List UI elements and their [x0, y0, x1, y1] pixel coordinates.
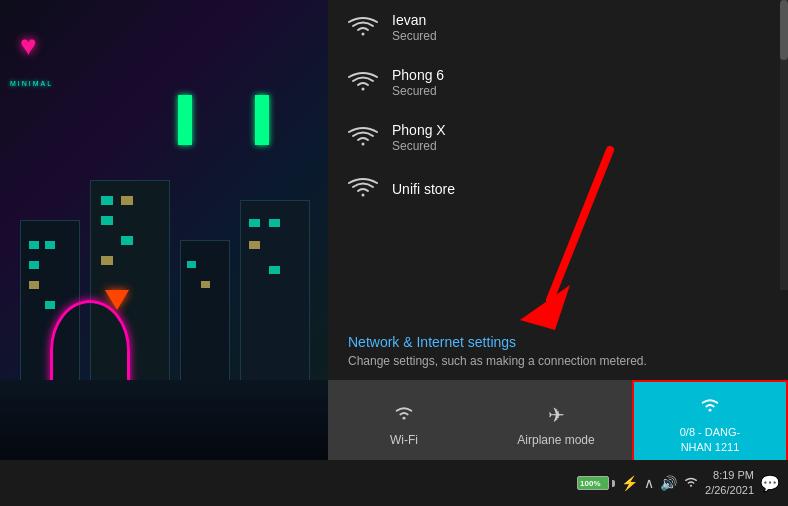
network-item-phong6[interactable]: Phong 6 Secured: [328, 55, 788, 110]
wifi-icon-unifi: [348, 177, 378, 201]
network-settings-section: Network & Internet settings Change setti…: [328, 318, 788, 380]
network-status-phongx: Secured: [392, 139, 446, 153]
connected-wifi-icon: [699, 396, 721, 419]
green-rect-right: [255, 95, 269, 145]
battery-percent: 100%: [580, 479, 600, 488]
network-info-ievan: Ievan Secured: [392, 12, 437, 43]
network-status-ievan: Secured: [392, 29, 437, 43]
network-name-phong6: Phong 6: [392, 67, 444, 83]
wifi-quick-btn[interactable]: Wi-Fi: [328, 380, 480, 470]
connected-network-info: 0/8 - DANG-NHAN 1211: [680, 425, 741, 454]
taskbar-date-value: 2/26/2021: [705, 483, 754, 498]
chevron-up-icon[interactable]: ∧: [644, 475, 654, 491]
wifi-taskbar-icon[interactable]: [683, 475, 699, 492]
connected-network-quick-btn[interactable]: 0/8 - DANG-NHAN 1211: [632, 380, 788, 470]
airplane-quick-icon: ✈: [548, 403, 565, 427]
building-3: [180, 240, 230, 400]
neon-sign: MINIMAL: [10, 80, 53, 87]
network-name-unifi: Unifi store: [392, 181, 455, 197]
airplane-quick-btn[interactable]: ✈ Airplane mode: [480, 380, 632, 470]
wifi-quick-icon: [393, 404, 415, 427]
wifi-icon-phong6: [348, 71, 378, 95]
building-arrow-decor: [105, 290, 129, 310]
battery-indicator: 100%: [577, 476, 615, 490]
network-item-phongx[interactable]: Phong X Secured: [328, 110, 788, 165]
wifi-icon-ievan: [348, 16, 378, 40]
wifi-quick-label: Wi-Fi: [390, 433, 418, 447]
network-settings-title[interactable]: Network & Internet settings: [348, 334, 768, 350]
heart-decor: ♥: [20, 30, 37, 62]
taskbar-time: 8:19 PM 2/26/2021: [705, 468, 754, 499]
svg-point-1: [709, 409, 712, 412]
taskbar: 100% ⚡ ∧ 🔊 8:19 PM 2/26/2021 💬: [0, 460, 788, 506]
network-panel: Ievan Secured Phong 6 Secured: [328, 0, 788, 470]
network-item-ievan[interactable]: Ievan Secured: [328, 0, 788, 55]
wifi-icon-phongx: [348, 126, 378, 150]
network-info-unifi: Unifi store: [392, 181, 455, 198]
network-name-phongx: Phong X: [392, 122, 446, 138]
desktop-wallpaper: MINIMAL ♥: [0, 0, 330, 460]
building-4: [240, 200, 310, 400]
ground: [0, 380, 330, 460]
svg-point-4: [690, 484, 692, 486]
battery-bar: 100%: [577, 476, 609, 490]
svg-point-0: [403, 416, 406, 419]
network-status-phong6: Secured: [392, 84, 444, 98]
quick-actions: Wi-Fi ✈ Airplane mode 0/8 - DANG-NHAN 12…: [328, 380, 788, 470]
network-item-unifi[interactable]: Unifi store: [328, 165, 788, 213]
network-info-phong6: Phong 6 Secured: [392, 67, 444, 98]
network-name-ievan: Ievan: [392, 12, 437, 28]
notification-icon[interactable]: 💬: [760, 474, 780, 493]
taskbar-time-value: 8:19 PM: [705, 468, 754, 483]
taskbar-right: 100% ⚡ ∧ 🔊 8:19 PM 2/26/2021 💬: [569, 460, 788, 506]
speaker-icon[interactable]: 🔊: [660, 475, 677, 491]
battery-tip: [612, 480, 615, 487]
network-list: Ievan Secured Phong 6 Secured: [328, 0, 788, 318]
airplane-quick-label: Airplane mode: [517, 433, 594, 447]
green-rect-left: [178, 95, 192, 145]
network-settings-desc: Change settings, such as making a connec…: [348, 354, 768, 368]
lightning-icon: ⚡: [621, 475, 638, 491]
network-info-phongx: Phong X Secured: [392, 122, 446, 153]
